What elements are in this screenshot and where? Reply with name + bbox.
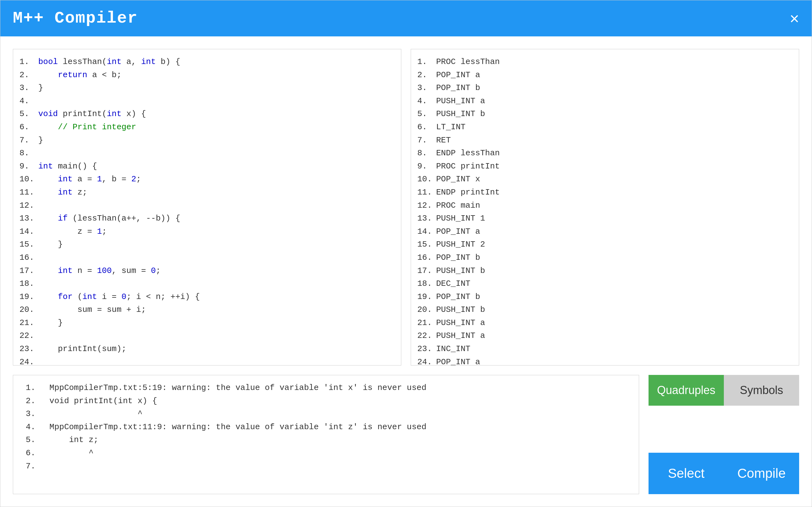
console-line: 5. int z; [19,434,633,447]
asm-line: 22.PUSH_INT a [411,329,799,343]
line-number: 4. [19,95,38,108]
line-number: 17. [417,265,436,278]
main-window: M++ Compiler × 1.bool lessThan(int a, in… [0,0,812,507]
action-buttons: Select Compile [648,453,799,494]
editors-row: 1.bool lessThan(int a, int b) {2. return… [13,49,799,365]
line-number: 19. [417,290,436,304]
line-content: ^ [45,447,94,460]
line-number: 22. [417,329,436,343]
asm-line: 6.LT_INT [411,121,799,134]
source-line: 8. [13,147,401,160]
asm-line: 4.PUSH_INT a [411,95,799,108]
asm-line: 13.PUSH_INT 1 [411,212,799,225]
console-line: 1. MppCompilerTmp.txt:5:19: warning: the… [19,382,633,395]
asm-line: 16.POP_INT b [411,251,799,265]
line-content: } [38,317,63,330]
line-number: 3. [417,81,436,95]
asm-line: 23.INC_INT [411,343,799,356]
line-number: 21. [19,317,38,330]
line-content: PUSH_INT a [436,329,485,343]
line-content: POP_INT b [436,81,480,95]
line-content: RET [436,134,451,147]
console-panel[interactable]: 1. MppCompilerTmp.txt:5:19: warning: the… [13,375,639,494]
line-number: 22. [19,329,38,343]
line-content: PUSH_INT b [436,265,485,278]
source-line: 1.bool lessThan(int a, int b) { [13,56,401,69]
line-number: 18. [417,277,436,290]
line-number: 11. [417,186,436,199]
line-content: MppCompilerTmp.txt:11:9: warning: the va… [45,421,426,434]
line-content: sum = sum + i; [38,303,146,317]
source-line: 18. [13,277,401,290]
line-number: 21. [417,317,436,330]
line-number: 20. [417,303,436,317]
line-number: 5. [26,434,45,447]
line-content: PROC printInt [436,160,500,173]
source-line: 13. if (lessThan(a++, --b)) { [13,212,401,225]
line-number: 13. [19,212,38,225]
line-number: 9. [417,160,436,173]
line-content: } [38,238,63,251]
asm-line: 5.PUSH_INT b [411,108,799,121]
asm-line: 11.ENDP printInt [411,186,799,199]
line-content: int main() { [38,160,97,173]
line-number: 12. [417,199,436,212]
asm-line: 19.POP_INT b [411,290,799,304]
line-number: 2. [26,395,45,408]
line-number: 6. [19,121,38,134]
tabs-row: Quadruples Symbols [648,375,799,406]
line-content: POP_INT a [436,356,480,365]
asm-line: 14.POP_INT a [411,225,799,238]
line-number: 6. [26,447,45,460]
source-line: 2. return a < b; [13,69,401,82]
source-line: 14. z = 1; [13,225,401,238]
line-number: 10. [19,173,38,186]
line-number: 24. [19,356,38,365]
line-number: 19. [19,290,38,304]
window-title: M++ Compiler [13,9,138,27]
source-line: 16. [13,251,401,265]
line-number: 16. [19,251,38,265]
source-line: 12. [13,199,401,212]
close-button[interactable]: × [790,10,799,27]
select-button[interactable]: Select [648,453,724,494]
console-line: 2. void printInt(int x) { [19,395,633,408]
compile-button[interactable]: Compile [724,453,799,494]
right-controls: Quadruples Symbols Select Compile [648,375,799,494]
source-line: 3.} [13,81,401,95]
line-content: void printInt(int x) { [38,108,146,121]
source-code-panel[interactable]: 1.bool lessThan(int a, int b) {2. return… [13,49,401,365]
asm-line: 9.PROC printInt [411,160,799,173]
line-content: // Print integer [38,121,136,134]
asm-line: 20.PUSH_INT b [411,303,799,317]
line-number: 20. [19,303,38,317]
line-content: PUSH_INT b [436,303,485,317]
line-number: 1. [417,56,436,69]
line-number: 14. [19,225,38,238]
line-content: POP_INT x [436,173,480,186]
line-number: 8. [417,147,436,160]
asm-line: 7.RET [411,134,799,147]
asm-line: 17.PUSH_INT b [411,265,799,278]
asm-line: 8.ENDP lessThan [411,147,799,160]
tab-symbols[interactable]: Symbols [724,375,799,406]
line-content: PUSH_INT a [436,95,485,108]
line-content: } [38,81,43,95]
line-number: 2. [19,69,38,82]
line-content: int z; [45,434,99,447]
line-number: 2. [417,69,436,82]
line-content: bool lessThan(int a, int b) { [38,56,180,69]
line-content: printInt(sum); [38,343,126,356]
line-content: PROC main [436,199,480,212]
tab-quadruples[interactable]: Quadruples [648,375,724,406]
asm-line: 10.POP_INT x [411,173,799,186]
console-line: 3. ^ [19,407,633,421]
line-number: 13. [417,212,436,225]
source-line: 9.int main() { [13,160,401,173]
title-bar: M++ Compiler × [0,0,812,37]
source-line: 20. sum = sum + i; [13,303,401,317]
assembly-output-panel[interactable]: 1.PROC lessThan2.POP_INT a3.POP_INT b4.P… [411,49,799,365]
line-content: POP_INT b [436,251,480,265]
bottom-row: 1. MppCompilerTmp.txt:5:19: warning: the… [13,375,799,494]
line-number: 4. [26,421,45,434]
